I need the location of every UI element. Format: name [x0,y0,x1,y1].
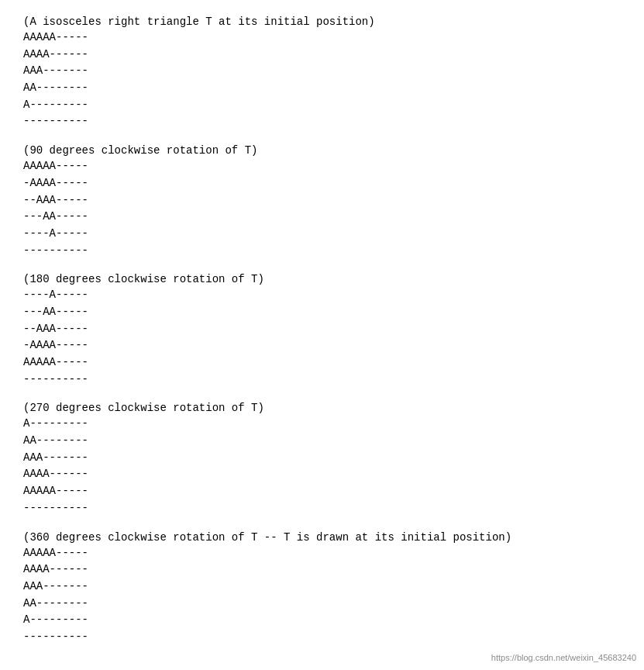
code-line-rot360-3: AA-------- [23,596,621,613]
code-line-rot90-3: ---AA----- [23,209,621,226]
code-line-rot180-5: ---------- [23,371,621,389]
section-comment-initial: (A isosceles right triangle T at its ini… [23,16,621,28]
code-line-rot270-3: AAAA------ [23,466,621,483]
code-line-rot270-1: AA-------- [23,433,621,450]
code-line-rot180-4: AAAAA----- [23,354,621,371]
code-line-rot90-5: ---------- [23,243,621,260]
code-line-initial-0: AAAAA----- [23,29,621,47]
code-line-initial-5: ---------- [23,113,621,130]
code-line-rot90-4: ----A----- [23,226,621,243]
section-rot180: (180 degrees clockwise rotation of T)---… [23,273,621,388]
watermark: https://blog.csdn.net/weixin_45683240 [491,653,636,662]
code-line-rot360-1: AAAA------ [23,561,621,578]
section-rot270: (270 degrees clockwise rotation of T)A--… [23,402,621,516]
main-content: (A isosceles right triangle T at its ini… [23,16,621,646]
code-line-rot90-0: AAAAA----- [23,158,621,175]
code-line-rot90-1: -AAAA----- [23,175,621,192]
code-line-rot90-2: --AAA----- [23,192,621,209]
code-line-initial-2: AAA------- [23,63,621,80]
code-line-rot180-3: -AAAA----- [23,337,621,354]
section-rot360: (360 degrees clockwise rotation of T -- … [23,531,621,646]
code-line-rot270-0: A--------- [23,416,621,433]
section-comment-rot180: (180 degrees clockwise rotation of T) [23,273,621,285]
section-comment-rot360: (360 degrees clockwise rotation of T -- … [23,531,621,544]
code-line-rot270-4: AAAAA----- [23,483,621,500]
code-line-initial-1: AAAA------ [23,47,621,64]
code-line-rot360-4: A--------- [23,612,621,629]
code-line-rot360-0: AAAAA----- [23,545,621,562]
code-line-rot180-2: --AAA----- [23,321,621,338]
code-line-initial-3: AA-------- [23,80,621,97]
code-line-rot360-5: ---------- [23,629,621,646]
code-line-initial-4: A--------- [23,97,621,114]
section-initial: (A isosceles right triangle T at its ini… [23,16,621,130]
code-line-rot180-0: ----A----- [23,287,621,304]
section-rot90: (90 degrees clockwise rotation of T)AAAA… [23,144,621,259]
code-line-rot270-2: AAA------- [23,450,621,467]
section-comment-rot270: (270 degrees clockwise rotation of T) [23,402,621,414]
section-comment-rot90: (90 degrees clockwise rotation of T) [23,144,621,157]
code-line-rot180-1: ---AA----- [23,304,621,321]
code-line-rot270-5: ---------- [23,500,621,517]
code-line-rot360-2: AAA------- [23,578,621,596]
